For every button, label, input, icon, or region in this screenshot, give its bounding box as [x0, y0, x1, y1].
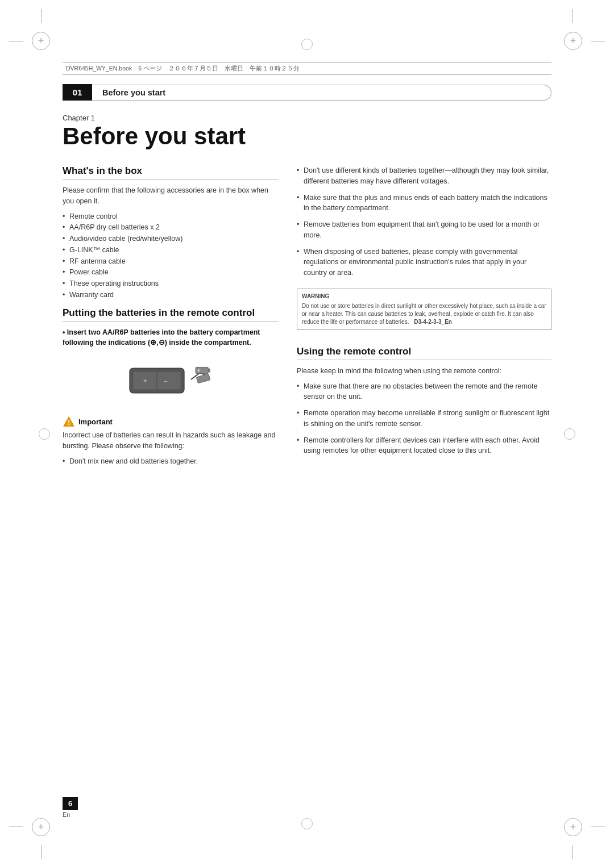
print-mark-bottom	[301, 818, 313, 829]
svg-rect-6	[208, 369, 210, 372]
file-info-bar: DVR645H_WY_EN.book 6 ページ ２０６年７月５日 水曜日 午前…	[63, 62, 551, 75]
left-column: What's in the box Please confirm that th…	[63, 165, 279, 473]
right-column: Don't use different kinds of batteries t…	[297, 165, 551, 473]
warning-code: D3-4-2-3-3_En	[414, 319, 452, 325]
list-item: RF antenna cable	[63, 256, 279, 267]
important-bullets: Don't mix new and old batteries together…	[63, 456, 279, 467]
page-number: 6	[63, 797, 78, 810]
chapter-label: Chapter 1	[63, 114, 551, 122]
svg-text:+: +	[143, 377, 147, 384]
list-item: When disposing of used batteries, please…	[297, 247, 551, 278]
chapter-header: 01 Before you start	[63, 84, 551, 101]
list-item: Don't mix new and old batteries together…	[63, 456, 279, 467]
page-language: En	[63, 811, 70, 818]
svg-text:!: !	[68, 419, 70, 426]
warning-triangle-icon: !	[63, 415, 75, 428]
using-remote-heading: Using the remote control	[297, 346, 551, 360]
whats-in-box-intro: Please confirm that the following access…	[63, 185, 279, 207]
list-item: Don't use different kinds of batteries t…	[297, 165, 551, 187]
warning-title: WARNING	[302, 293, 546, 301]
file-info-text: DVR645H_WY_EN.book 6 ページ ２０６年７月５日 水曜日 午前…	[66, 65, 300, 73]
putting-batteries-heading: Putting the batteries in the remote cont…	[63, 307, 279, 322]
list-item: Audio/video cable (red/white/yellow)	[63, 233, 279, 244]
chapter-number-box: 01	[63, 84, 92, 101]
list-item: Make sure that there are no obstacles be…	[297, 381, 551, 403]
using-remote-list: Make sure that there are no obstacles be…	[297, 381, 551, 457]
list-item: These operating instructions	[63, 278, 279, 289]
list-item: G-LINK™ cable	[63, 245, 279, 256]
reg-mark-tl	[32, 32, 50, 50]
list-item: Remote operation may become unreliable i…	[297, 408, 551, 429]
using-remote-intro: Please keep in mind the following when u…	[297, 366, 551, 377]
battery-instruction: • Insert two AA/R6P batteries into the b…	[63, 327, 279, 349]
main-content: Chapter 1 Before you start What's in the…	[63, 114, 551, 794]
important-text: Incorrect use of batteries can result in…	[63, 430, 279, 452]
print-mark-top	[301, 39, 313, 50]
svg-text:–: –	[164, 377, 168, 384]
list-item: AA/R6P dry cell batteries x 2	[63, 222, 279, 233]
list-item: Remote control	[63, 211, 279, 222]
list-item: Make sure that the plus and minus ends o…	[297, 193, 551, 214]
reg-mark-br	[564, 818, 582, 836]
list-item: Remove batteries from equipment that isn…	[297, 219, 551, 241]
list-item: Warranty card	[63, 290, 279, 301]
reg-mark-tr	[564, 32, 582, 50]
print-mark-right	[564, 428, 575, 440]
important-box: ! Important Incorrect use of batteries c…	[63, 415, 279, 466]
warning-box: WARNING Do not use or store batteries in…	[297, 289, 551, 330]
list-item: Power cable	[63, 267, 279, 278]
important-label: ! Important	[63, 415, 279, 428]
page-title: Before you start	[63, 123, 551, 149]
chapter-nav-title: Before you start	[92, 85, 551, 101]
reg-mark-bl	[32, 818, 50, 836]
two-column-layout: What's in the box Please confirm that th…	[63, 165, 551, 473]
whats-in-box-list: Remote control AA/R6P dry cell batteries…	[63, 211, 279, 301]
print-mark-left	[39, 428, 50, 440]
whats-in-box-heading: What's in the box	[63, 165, 279, 180]
remote-illustration: + –	[125, 356, 216, 407]
battery-diagram: + –	[63, 356, 279, 407]
battery-safety-list: Don't use different kinds of batteries t…	[297, 165, 551, 278]
svg-rect-9	[196, 374, 210, 383]
list-item: Remote controllers for different devices…	[297, 435, 551, 457]
page-number-area: 6 En	[63, 797, 78, 818]
